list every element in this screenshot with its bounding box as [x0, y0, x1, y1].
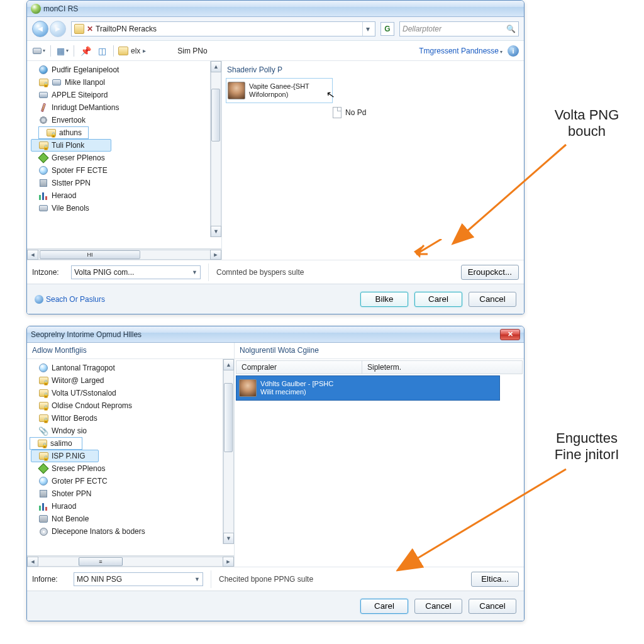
scroll-up-button[interactable]: ▲ [211, 61, 221, 72]
status-text: Checited bpone PPNG sulte [219, 575, 467, 584]
tree-pane: Lantonal Trragopot Wiitor@ Larged Volta … [27, 359, 235, 567]
cancel-button-2[interactable]: Cancel [469, 599, 516, 614]
folder-icon [118, 47, 128, 55]
separator [74, 45, 74, 57]
back-button[interactable]: ◄ [32, 21, 48, 37]
addressbar-row: ◄ ► ✕ TrailtoPN Reracks ▾ G Dellarptoter… [27, 17, 524, 41]
tree-item: Spoter FF ECTE [31, 164, 220, 177]
close-button[interactable]: ✕ [500, 329, 520, 340]
carel-button[interactable]: Carel [360, 599, 408, 614]
page-icon [333, 107, 341, 118]
search-input[interactable]: Dellarptoter 🔍 [399, 21, 519, 36]
filename-combo[interactable]: Volta PNIG com...▼ [71, 265, 201, 279]
cancel-button[interactable]: Cancel [469, 292, 516, 307]
tree-item-selected: ISP P.NIG [31, 450, 99, 462]
separator [50, 45, 51, 57]
file-dialog-1: monCI RS ◄ ► ✕ TrailtoPN Reracks ▾ G Del… [26, 0, 525, 314]
toolbar: ▦ 📌 ◫ elx ▸ Sim PNo Tmgressent Pandnesse… [27, 41, 524, 61]
filename-label: Intzone: [32, 268, 67, 277]
tree-item: Greser PPlenos [31, 152, 220, 164]
section-header: Shaderiv Polly P [226, 64, 520, 78]
view-menu[interactable]: ▦ [55, 44, 69, 58]
forward-button[interactable]: ► [50, 21, 66, 37]
scroll-down-button[interactable]: ▼ [211, 226, 221, 237]
folder-icon [74, 24, 84, 34]
folder-tree[interactable]: Lantonal Trragopot Wiitor@ Larged Volta … [27, 359, 234, 555]
content-pane[interactable]: Shaderiv Polly P Vapite Ganee-{SHT Wifol… [222, 61, 524, 260]
avatar [228, 82, 245, 99]
carel-button[interactable]: Carel [414, 292, 462, 307]
left-section-header: Adlow Montfigiis [27, 343, 235, 358]
scroll-thumb[interactable]: ≡ [79, 557, 123, 566]
help-button[interactable]: i [508, 45, 519, 57]
tree-item: Envertook [31, 114, 220, 126]
tree-item: Shoter PPN [31, 487, 233, 500]
breadcrumb-current: Sim PNo [177, 47, 207, 55]
search-icon: 🔍 [506, 25, 516, 33]
scroll-right-button[interactable]: ► [210, 250, 221, 260]
scroll-up-button[interactable]: ▲ [223, 359, 234, 370]
annotation-label: EngucttesFine jnitorI [533, 430, 640, 463]
filename-row: Intzone: Volta PNIG com...▼ Comnted be b… [27, 260, 524, 284]
scroll-thumb[interactable] [211, 89, 220, 142]
window-title: Seoprelny Intorime Opmud Hllles [31, 330, 142, 339]
no-pd-item[interactable]: No Pd [333, 107, 520, 118]
tree-item: Huraod [31, 500, 233, 513]
address-text: TrailtoPN Reracks [96, 25, 157, 33]
options-link[interactable]: Tmgressent Pandnesse [419, 47, 502, 55]
right-section-header: Nolgurentil Wota Cgiine [235, 343, 524, 358]
filename-label: Inforne: [32, 575, 70, 584]
scroll-down-button[interactable]: ▼ [223, 533, 234, 544]
tree-item: Vile Benols [31, 202, 220, 214]
section-headers: Adlow Montfigiis Nolgurentil Wota Cgiine [27, 343, 524, 359]
scroll-left-button[interactable]: ◄ [27, 250, 38, 260]
tree-item: athuns [38, 126, 89, 139]
tree-item: Volta UT/Sstonalod [31, 387, 233, 399]
help-link[interactable]: Seach Or Paslurs [35, 295, 105, 304]
tree-item: salimo [30, 437, 82, 450]
tile-icon[interactable]: ◫ [95, 44, 109, 58]
table-header[interactable]: Compraler Sipleterm. [236, 360, 523, 374]
tree-item: Oldise Cndout Reproms [31, 399, 233, 412]
titlebar[interactable]: monCI RS [27, 1, 524, 17]
tree-item: 📎Wndoy sio [31, 425, 233, 437]
address-box[interactable]: ✕ TrailtoPN Reracks ▾ [71, 21, 375, 36]
cursor-icon: ↖ [325, 88, 335, 101]
tree-item: Wiitor@ Larged [31, 374, 233, 387]
table-row-selected[interactable]: Vdhlts Gaulber - [PSHC Wilit rnecimen) [236, 375, 500, 401]
file-item[interactable]: Vapite Ganee-{SHT Wifolornpon) [226, 78, 333, 103]
tree-item: Sresec PPlenos [31, 462, 233, 475]
pin-icon[interactable]: 📌 [79, 44, 92, 58]
window-title: monCI RS [43, 4, 78, 13]
browse-button[interactable]: Eroupckct... [461, 265, 519, 280]
content-pane[interactable]: Compraler Sipleterm. Vdhlts Gaulber - [P… [235, 359, 524, 567]
tree-item: Slstter PPN [31, 177, 220, 189]
filename-row: Inforne: MO NIN PSG▼ Checited bpone PPNG… [27, 567, 524, 591]
close-icon[interactable]: ✕ [87, 25, 93, 33]
bilke-button[interactable]: Bilke [360, 292, 408, 307]
dialog-footer: Seach Or Paslurs Bilke Carel Cancel [27, 284, 524, 314]
help-icon [35, 295, 43, 304]
filename-combo[interactable]: MO NIN PSG▼ [74, 572, 203, 586]
cancel-button[interactable]: Cancel [414, 599, 462, 614]
tree-item-selected: Tuli Plonk [31, 139, 111, 152]
column-header[interactable]: Sipleterm. [362, 361, 522, 374]
tree-vscrollbar[interactable]: ▲ ▼ [210, 61, 221, 237]
tree-hscrollbar[interactable]: ◄ ≡ ► [27, 555, 234, 567]
organize-menu[interactable] [32, 44, 46, 58]
tree-pane: Pudfir Egelanipeloot Mike Ilanpol APPLE … [27, 61, 222, 260]
tree-vscrollbar[interactable]: ▲ ▼ [223, 359, 234, 544]
scroll-thumb[interactable]: HI [40, 250, 140, 259]
app-icon [31, 4, 41, 14]
folder-tree[interactable]: Pudfir Egelanipeloot Mike Ilanpol APPLE … [27, 61, 221, 248]
column-header[interactable]: Compraler [236, 361, 362, 374]
refresh-button[interactable]: G [380, 22, 394, 36]
browse-button[interactable]: Eltica... [471, 572, 519, 587]
scroll-right-button[interactable]: ► [223, 557, 234, 567]
scroll-thumb[interactable] [224, 383, 233, 452]
scroll-left-button[interactable]: ◄ [27, 557, 38, 567]
tree-hscrollbar[interactable]: ◄ HI ► [27, 248, 221, 260]
address-dropdown[interactable]: ▾ [362, 22, 372, 36]
breadcrumb[interactable]: elx ▸ [118, 47, 147, 55]
titlebar[interactable]: Seoprelny Intorime Opmud Hllles ✕ [27, 326, 524, 343]
